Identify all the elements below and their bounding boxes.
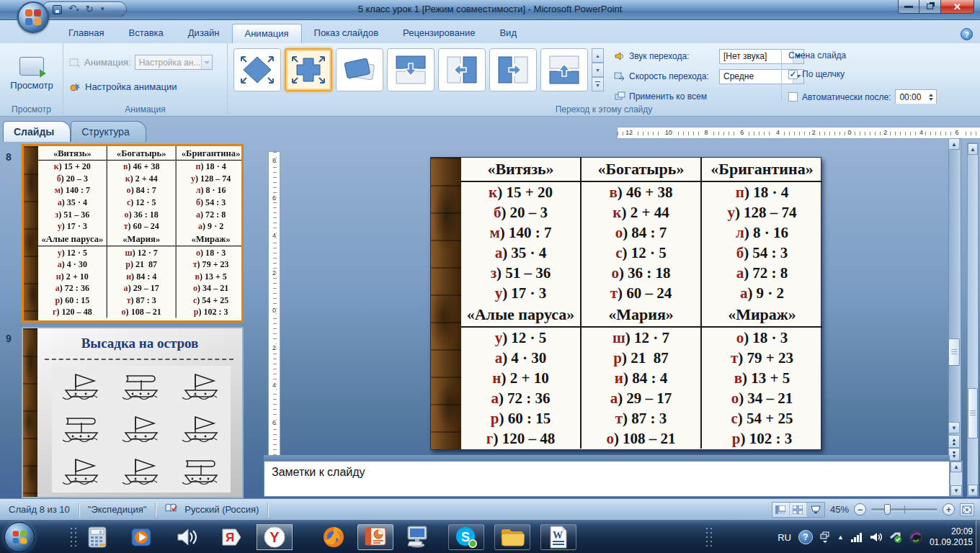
volume-mixer-icon[interactable] (173, 524, 200, 550)
tab-slideshow[interactable]: Показ слайдов (302, 24, 391, 43)
next-slide-button[interactable]: ▼▼ (948, 448, 960, 461)
tab-view[interactable]: Вид (487, 24, 529, 43)
slide-canvas[interactable]: «Витязь»к) 15 + 20б) 20 – 3м) 140 : 7а) … (430, 157, 821, 450)
explorer-folder-icon[interactable] (494, 524, 530, 550)
tab-slides-thumbnails[interactable]: Слайды (3, 121, 71, 142)
notes-pane[interactable]: Заметки к слайду (264, 461, 950, 497)
notes-splitter[interactable] (264, 455, 950, 461)
word-icon[interactable]: W (540, 524, 576, 550)
push-right-icon[interactable] (489, 48, 537, 91)
ruler-tick-label: 12 (623, 127, 635, 138)
close-button[interactable]: ✕ (941, 0, 974, 14)
hidden-icons-arrow[interactable]: ▲ (837, 534, 844, 541)
gallery-more-icon[interactable]: ▼ (592, 77, 604, 91)
start-button[interactable] (4, 522, 35, 552)
zoom-slider-thumb[interactable] (884, 504, 891, 515)
scroll-up-icon[interactable]: ▲ (950, 462, 962, 472)
slideshow-icon[interactable] (807, 503, 824, 517)
media-player-icon[interactable] (128, 524, 156, 550)
slide8-thumbnail[interactable]: «Витязь»к) 15 + 20б) 20 – 3м) 140 : 7а) … (22, 144, 244, 323)
help-tray-icon[interactable]: ? (798, 530, 813, 544)
previous-slide-button[interactable]: ▲▲ (948, 435, 960, 448)
panel-scrollbar[interactable]: ▲ ▼ (967, 143, 979, 497)
scrollbar-thumb[interactable] (948, 338, 960, 366)
show-desktop-button[interactable] (976, 521, 980, 553)
expression: ) 20 – 3 (61, 174, 88, 184)
slide9-thumbnail[interactable]: Высадка на остров (22, 327, 244, 498)
answer-letter: к (489, 184, 497, 201)
preview-button[interactable]: Просмотр (7, 48, 56, 99)
expression: ) 35 · 4 (502, 244, 546, 261)
auto-after-checkbox[interactable] (788, 92, 798, 102)
scroll-up-icon[interactable]: ▲ (948, 138, 960, 150)
tab-outline[interactable]: Структура (71, 121, 146, 142)
transition-speed-icon (614, 71, 625, 82)
ruler-tick-label: 2 (881, 127, 889, 138)
speaker-icon[interactable] (870, 532, 882, 542)
spellcheck-icon[interactable] (161, 503, 182, 516)
push-left-icon[interactable] (438, 48, 486, 91)
zoom-percent[interactable]: 45% (830, 504, 849, 515)
firefox-icon[interactable] (320, 524, 347, 550)
signal-bars-icon[interactable] (851, 532, 863, 542)
scroll-down-icon[interactable]: ▼ (968, 485, 978, 496)
scroll-down-icon[interactable]: ▼ (950, 485, 962, 496)
tab-design[interactable]: Дизайн (176, 24, 232, 43)
scroll-up-icon[interactable]: ▲ (968, 143, 978, 155)
zoom-slider[interactable] (871, 508, 937, 511)
expression: ) 4 · 30 (62, 259, 87, 269)
answer-letter: п (196, 161, 201, 171)
computer-icon[interactable] (404, 524, 431, 550)
notes-scrollbar[interactable]: ▲ ▼ (950, 461, 963, 497)
auto-after-time-spinner[interactable]: 00:00 (895, 89, 937, 104)
tab-insert[interactable]: Вставка (116, 24, 175, 43)
yandex-browser-icon[interactable]: Y (257, 524, 293, 550)
scroll-down-icon[interactable]: ▼ (948, 422, 960, 433)
help-icon[interactable]: ? (961, 28, 973, 40)
auto-after-option[interactable]: Автоматически после: 00:00 (788, 89, 937, 104)
transition-diamond-out-icon[interactable] (233, 48, 281, 91)
answer-letter: а (736, 264, 744, 282)
apply-to-all-button[interactable]: Применить ко всем (614, 91, 707, 102)
tab-animation[interactable]: Анимация (232, 24, 302, 43)
push-up-icon[interactable] (540, 48, 588, 91)
yandex-alpha-icon[interactable]: Я (218, 524, 245, 550)
office-button[interactable] (17, 1, 49, 33)
answer-letter: а (491, 390, 499, 407)
slide-sorter-icon[interactable] (790, 503, 807, 517)
zoom-out-icon[interactable]: − (854, 503, 866, 516)
tab-review[interactable]: Рецензирование (391, 24, 487, 43)
normal-view-icon[interactable] (772, 503, 790, 517)
tab-home[interactable]: Главная (56, 24, 116, 43)
on-click-checkbox[interactable] (788, 70, 798, 79)
clock[interactable]: 20:09 01.09.2015 (930, 526, 976, 548)
transition-plus-out-icon[interactable] (285, 48, 332, 91)
restore-windows-icon[interactable] (820, 531, 830, 543)
push-down-icon[interactable] (387, 48, 435, 91)
view-buttons (772, 502, 825, 518)
slide8-number: 8 (6, 151, 12, 163)
answer-letter: у (495, 329, 503, 346)
nero-icon[interactable] (909, 531, 922, 544)
gallery-up-icon[interactable]: ▲ (592, 48, 604, 63)
zoom-in-icon[interactable]: + (943, 503, 955, 516)
answer-letter: р (125, 259, 130, 269)
skype-icon[interactable]: S (448, 524, 484, 550)
powerpoint-icon[interactable] (357, 524, 393, 550)
fit-to-window-icon[interactable] (960, 503, 974, 516)
custom-animation-button[interactable]: Настройка анимации (69, 81, 177, 92)
advance-slide-title: Смена слайда (788, 50, 846, 60)
expression: ) 72 : 36 (60, 283, 89, 293)
calculator-icon[interactable]: 0 (84, 524, 111, 550)
safely-remove-icon[interactable] (889, 531, 902, 543)
main-scrollbar[interactable]: ▲ ▼ ▲▲ ▼▼ (948, 138, 961, 461)
language-tray-indicator[interactable]: RU (778, 532, 791, 543)
on-click-option[interactable]: По щелчку (788, 69, 845, 79)
expression: ) 21 87 (622, 349, 669, 367)
scrollbar-thumb[interactable] (968, 388, 978, 439)
language-indicator[interactable]: Русский (Россия) (182, 504, 262, 515)
transition-newsflash-icon[interactable] (336, 48, 383, 91)
gallery-down-icon[interactable]: ▼ (592, 63, 604, 77)
minimize-button[interactable] (898, 0, 919, 14)
restore-button[interactable] (919, 0, 941, 14)
